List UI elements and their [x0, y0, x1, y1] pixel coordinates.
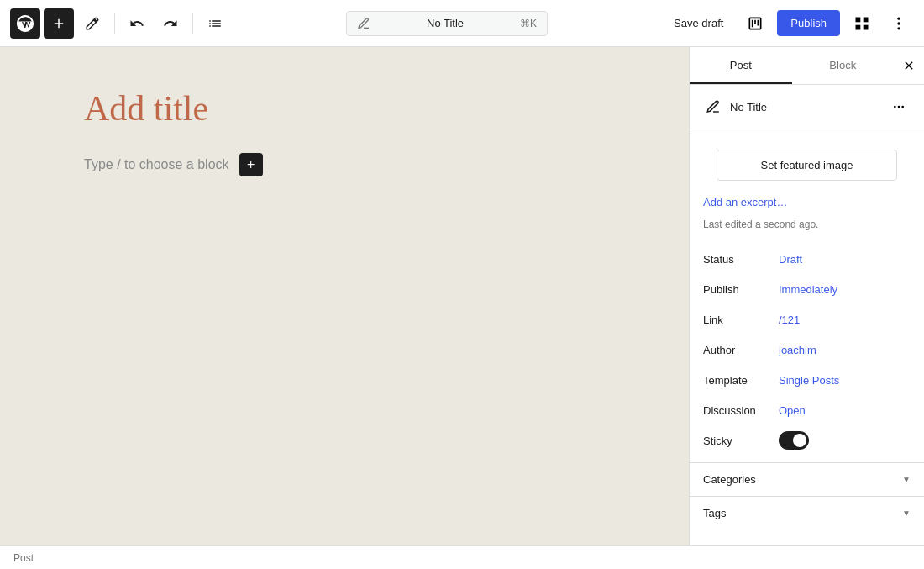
editor-title-placeholder[interactable]: Add title [84, 81, 605, 136]
sidebar-body: No Title Set featured image Add an excer… [690, 85, 924, 545]
discussion-label: Discussion [703, 404, 779, 417]
svg-rect-0 [856, 17, 861, 22]
meta-section: Status Draft Publish Immediately Link /1… [690, 240, 924, 462]
categories-panel: Categories ▼ [690, 462, 924, 496]
divider-2 [192, 13, 193, 34]
body-placeholder: Type / to choose a block [84, 157, 229, 172]
divider-1 [114, 13, 115, 34]
template-row: Template Single Posts [690, 365, 924, 395]
author-value[interactable]: joachim [779, 344, 816, 356]
wp-logo [10, 8, 40, 39]
edit-tool-button[interactable] [77, 8, 108, 39]
last-edited-text: Last edited a second ago. [690, 215, 924, 240]
tab-post[interactable]: Post [690, 47, 792, 84]
sidebar-tabs: Post Block [690, 47, 924, 85]
template-label: Template [703, 374, 779, 387]
link-value[interactable]: /121 [779, 313, 800, 326]
toolbar-right: Save draft Publish [664, 8, 914, 39]
add-block-inline-button[interactable]: + [239, 153, 263, 176]
bottom-bar: Post [0, 545, 924, 569]
tags-chevron-icon: ▼ [902, 508, 911, 518]
svg-point-9 [901, 106, 904, 108]
more-options-button[interactable] [884, 8, 914, 39]
shortcut-hint: ⌘K [520, 18, 537, 29]
pencil-icon [703, 97, 723, 117]
publish-value[interactable]: Immediately [779, 283, 837, 296]
toolbar-center: No Title ⌘K [234, 11, 660, 36]
svg-rect-1 [864, 17, 869, 22]
discussion-row: Discussion Open [690, 395, 924, 425]
svg-point-8 [898, 106, 900, 108]
sticky-label: Sticky [703, 435, 779, 447]
status-label: Status [703, 253, 779, 266]
template-value[interactable]: Single Posts [779, 374, 839, 387]
excerpt-section: Add an excerpt… [690, 191, 924, 215]
toolbar: No Title ⌘K Save draft Publish [0, 0, 924, 47]
link-label: Link [703, 313, 779, 326]
publish-button[interactable]: Publish [777, 10, 840, 36]
settings-button[interactable] [847, 8, 877, 39]
main-area: Add title Type / to choose a block + Pos… [0, 47, 924, 545]
add-block-button[interactable] [44, 8, 74, 39]
svg-rect-3 [856, 24, 861, 29]
toggle-knob [793, 434, 806, 447]
status-value[interactable]: Draft [779, 253, 802, 266]
preview-button[interactable] [740, 8, 770, 39]
status-row: Status Draft [690, 244, 924, 274]
categories-label: Categories [703, 473, 756, 486]
undo-button[interactable] [122, 8, 152, 39]
tags-label: Tags [703, 507, 726, 519]
sticky-row: Sticky [690, 425, 924, 456]
post-title-label: No Title [730, 101, 887, 113]
categories-chevron-icon: ▼ [902, 475, 911, 484]
featured-image-section: Set featured image [690, 129, 924, 191]
categories-panel-header[interactable]: Categories ▼ [690, 463, 924, 496]
post-title-more-button[interactable] [887, 95, 911, 119]
author-label: Author [703, 344, 779, 356]
editor-content: Add title Type / to choose a block + [84, 81, 605, 183]
add-excerpt-link[interactable]: Add an excerpt… [703, 196, 787, 208]
close-sidebar-button[interactable] [894, 47, 924, 84]
list-view-button[interactable] [200, 8, 230, 39]
post-title-section: No Title [690, 85, 924, 129]
tags-panel-header[interactable]: Tags ▼ [690, 497, 924, 529]
tags-panel: Tags ▼ [690, 496, 924, 529]
author-row: Author joachim [690, 335, 924, 365]
redo-button[interactable] [155, 8, 186, 39]
save-draft-button[interactable]: Save draft [664, 12, 733, 34]
sticky-toggle-wrap [779, 431, 809, 450]
set-featured-image-button[interactable]: Set featured image [717, 150, 897, 181]
bottom-bar-label: Post [13, 552, 34, 564]
publish-label: Publish [703, 283, 779, 296]
doc-title-text: No Title [377, 17, 513, 29]
svg-rect-2 [864, 24, 869, 29]
svg-point-6 [897, 27, 900, 29]
sticky-toggle[interactable] [779, 431, 809, 450]
discussion-value[interactable]: Open [779, 404, 806, 417]
document-title-pill[interactable]: No Title ⌘K [346, 11, 548, 36]
svg-point-5 [897, 22, 900, 24]
editor-canvas[interactable]: Add title Type / to choose a block + [0, 47, 689, 545]
svg-point-7 [894, 106, 896, 108]
publish-row: Publish Immediately [690, 274, 924, 304]
sidebar: Post Block No Title Set featured image [689, 47, 924, 545]
editor-body[interactable]: Type / to choose a block + [84, 146, 605, 183]
tab-block[interactable]: Block [792, 47, 895, 84]
svg-point-4 [897, 17, 900, 19]
link-row: Link /121 [690, 304, 924, 335]
